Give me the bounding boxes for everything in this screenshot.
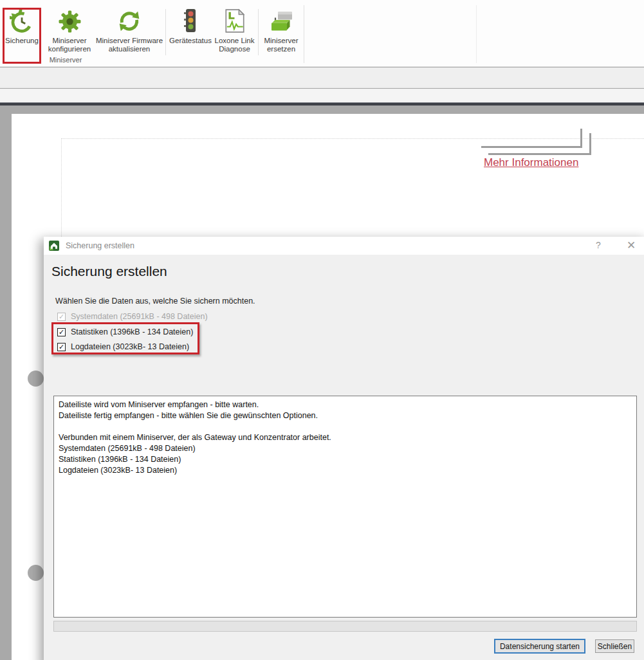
replace-boxes-icon [268,8,294,35]
toolbar-button-firmware-aktualisieren[interactable]: Miniserver Firmware aktualisieren [95,5,163,62]
toolbar-button-label: Sicherung [5,37,39,45]
workspace-divider-line [0,102,644,105]
refresh-icon [117,8,142,35]
checkbox-logdateien[interactable]: ✓ [57,343,66,351]
schliessen-button[interactable]: Schließen [595,639,634,653]
dialog-heading: Sicherung erstellen [51,264,167,279]
traffic-light-icon [183,8,198,35]
toolbar-button-label: Miniserver Firmware aktualisieren [95,37,163,53]
toolbar-group-separator [304,5,304,63]
toolbar-button-label: Miniserver ersetzen [260,37,302,53]
sicherung-erstellen-dialog: Sicherung erstellen ? ✕ Sicherung erstel… [44,237,644,660]
dialog-subtitle: Wählen Sie die Daten aus, welche Sie sic… [55,297,255,306]
checkbox-statistiken[interactable]: ✓ [57,328,66,336]
checkbox-label: Systemdaten (25691kB - 498 Dateien) [71,312,208,321]
backup-history-icon [10,8,34,35]
toolbar-separator [476,5,477,63]
log-line: Verbunden mit einem Miniserver, der als … [59,432,632,443]
toolbar-button-miniserver-ersetzen[interactable]: Miniserver ersetzen [260,5,302,62]
toolbar-separator [258,9,259,55]
checkbox-row-systemdaten: ✓ Systemdaten (25691kB - 498 Dateien) [57,312,208,321]
log-line: Dateiliste wird vom Miniserver empfangen… [59,399,632,410]
toolbar-button-loxone-link-diagnose[interactable]: Loxone Link Diagnose [213,5,256,62]
backup-log-output[interactable]: Dateiliste wird vom Miniserver empfangen… [53,396,637,618]
ribbon-lower-band [0,68,644,88]
toolbar-button-label: Miniserver konfigurieren [44,37,95,53]
dialog-title: Sicherung erstellen [66,241,134,250]
gear-icon [58,8,82,35]
toolbar-button-label: Loxone Link Diagnose [213,37,256,53]
ribbon-toolbar: Sicherung Miniserver konfigurieren [0,0,644,67]
loxone-logo-icon [49,241,59,251]
diagnose-document-icon [225,8,245,35]
log-line: Logdateien (3023kB- 13 Dateien) [59,465,632,476]
log-line: Systemdaten (25691kB - 498 Dateien) [59,443,632,454]
toolbar-button-geraetestatus[interactable]: Gerätestatus [167,5,214,62]
toolbar-group-label: Miniserver [40,56,91,64]
dialog-titlebar[interactable]: Sicherung erstellen ? ✕ [44,237,644,255]
mehr-informationen-link[interactable]: Mehr Informationen [484,156,578,169]
dialog-close-icon[interactable]: ✕ [624,239,638,252]
toolbar-separator [165,9,166,55]
checkbox-row-statistiken[interactable]: ✓ Statistiken (1396kB - 134 Dateien) [57,327,193,336]
log-line: Statistiken (1396kB - 134 Dateien) [59,454,632,465]
page-handle-dot [28,565,44,581]
stacked-window-outline [488,133,591,155]
toolbar-button-label: Gerätestatus [169,37,212,45]
datensicherung-starten-button[interactable]: Datensicherung starten [494,639,585,654]
page-handle-dot [28,371,44,387]
checkbox-label: Statistiken (1396kB - 134 Dateien) [71,327,193,336]
checkbox-label: Logdateien (3023kB- 13 Dateien) [71,342,189,351]
log-line [59,421,632,432]
checkbox-row-logdateien[interactable]: ✓ Logdateien (3023kB- 13 Dateien) [57,342,189,351]
log-line: Dateiliste fertig empfangen - bitte wähl… [59,410,632,421]
backup-progress-bar [53,621,637,632]
toolbar-button-miniserver-konfigurieren[interactable]: Miniserver konfigurieren [44,5,95,62]
toolbar-button-sicherung[interactable]: Sicherung [3,5,41,62]
statusbar-band [0,89,644,102]
checkbox-systemdaten: ✓ [57,313,66,321]
dialog-help-button[interactable]: ? [592,240,605,250]
